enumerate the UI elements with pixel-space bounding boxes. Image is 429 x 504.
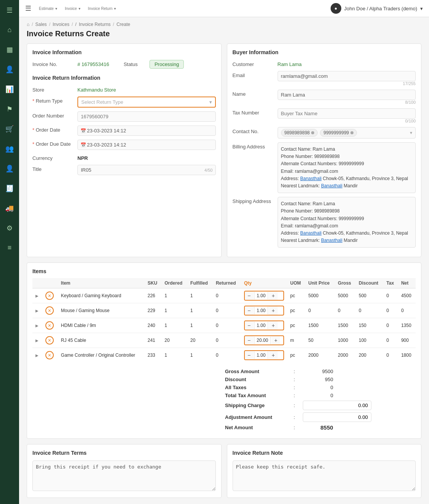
qty-minus-4[interactable]: − [245,351,253,359]
qty-plus-1[interactable]: + [269,306,277,315]
qty-plus-4[interactable]: + [269,351,277,359]
row-expand-2[interactable]: ▶ [32,318,42,333]
adjustment-input[interactable] [303,412,371,422]
row-uom-3: m [287,333,305,348]
invoice-no-label: Invoice No. [32,60,74,67]
row-remove-4[interactable]: × [42,348,58,363]
order-date-label: Order Date [32,126,74,133]
sidebar-icon-group[interactable]: 👥 [3,142,16,155]
row-expand-1[interactable]: ▶ [32,303,42,318]
row-tax-0: 0 [383,288,398,303]
breadcrumb-invoices[interactable]: Invoices [53,22,69,27]
note-card: Invoice Return Note Please keep this rec… [227,444,422,498]
shipping-row-total: Shipping Charge : [225,401,416,410]
sidebar-icon-cart[interactable]: 🛒 [3,122,16,135]
name-input[interactable] [278,90,416,100]
ir-title-input[interactable] [77,165,216,175]
email-counter: 17/255 [278,81,416,86]
sidebar-icon-person[interactable]: 👤 [3,63,16,76]
row-qty-0[interactable]: − 1.00 + [241,288,287,303]
qty-minus-2[interactable]: − [245,321,253,330]
sidebar-icon-menu[interactable]: ☰ [4,4,15,17]
row-qty-4[interactable]: − 1.00 + [241,348,287,363]
sidebar-icon-tools[interactable]: ⚙ [4,222,15,235]
row-discount-1: 0 [356,303,384,318]
store-value: Kathmandu Store [77,85,116,93]
row-expand-3[interactable]: ▶ [32,333,42,348]
store-row: Store Kathmandu Store [32,85,216,93]
status-badge: Processing [149,60,184,69]
table-row: ▶ × HDMI Cable / 9m 240 1 1 0 − 1.00 + p… [32,318,416,333]
buyer-info-card: Buyer Information Customer Ram Lama Emai… [227,43,422,257]
row-unit-price-3: 50 [305,333,335,348]
qty-minus-3[interactable]: − [245,336,253,345]
breadcrumb-sales[interactable]: Sales [35,22,47,27]
row-qty-2[interactable]: − 1.00 + [241,318,287,333]
qty-minus-1[interactable]: − [245,306,253,315]
row-returned-3: 0 [213,333,241,348]
shipping-address: Contact Name: Ram Lama Phone Number: 989… [278,197,416,248]
row-uom-2: pc [287,318,305,333]
email-input[interactable] [278,71,416,81]
row-discount-4: 200 [356,348,384,363]
sidebar-icon-list[interactable]: ≡ [5,242,14,254]
all-taxes-value: 0 [303,385,333,390]
ir-title-label: Title [32,165,74,172]
row-net-3: 900 [398,333,416,348]
sidebar-icon-invoice[interactable]: 🧾 [3,182,16,195]
row-ordered-3: 20 [162,333,188,348]
qty-plus-0[interactable]: + [269,291,277,300]
row-remove-0[interactable]: × [42,288,58,303]
terms-textarea[interactable]: Bring this receipt if you need to exchan… [32,461,216,491]
qty-plus-2[interactable]: + [269,321,277,330]
qty-minus-0[interactable]: − [245,291,253,300]
billing-address-link2: Banasthali [321,183,342,188]
row-qty-3[interactable]: − 20.00 + [241,333,287,348]
table-row: ▶ × RJ 45 Cable 241 20 20 0 − 20.00 + m … [32,333,416,348]
row-expand-4[interactable]: ▶ [32,348,42,363]
name-counter: 8/100 [278,100,416,105]
row-remove-3[interactable]: × [42,333,58,348]
row-discount-2: 150 [356,318,384,333]
sidebar-icon-truck[interactable]: 🚚 [3,202,16,215]
shipping-charge-label: Shipping Charge [225,403,286,408]
tax-input[interactable] [278,108,416,119]
discount-value: 950 [303,377,333,382]
note-textarea[interactable]: Please keep this receipt safe. [233,461,416,491]
row-net-0: 4500 [398,288,416,303]
th-discount: Discount [356,278,384,288]
net-amount-row: Net Amount : 8550 [225,424,416,431]
nav-estimate[interactable]: Estimate ▾ [39,6,57,11]
sidebar-icon-flag[interactable]: ⚑ [4,103,15,116]
sidebar-icon-dashboard[interactable]: ▦ [4,43,15,56]
row-remove-2[interactable]: × [42,318,58,333]
row-remove-1[interactable]: × [42,303,58,318]
sidebar-icon-home[interactable]: ⌂ [5,24,14,36]
items-card: Items Item SKU Ordered Fulfilled Returne… [27,262,421,439]
contact-input-wrap[interactable]: 9898989898 9999999999 ▾ [278,127,416,138]
row-unit-price-4: 2000 [305,348,335,363]
hamburger-icon[interactable]: ☰ [25,4,31,13]
customer-value: Ram Lama [278,60,302,67]
breadcrumb-invoice-returns[interactable]: Invoice Returns [79,22,111,27]
currency-value: NPR [77,154,88,161]
sidebar-icon-chart[interactable]: 📊 [3,83,16,96]
order-due-date-label: Order Due Date [32,140,74,147]
nav-invoice-return[interactable]: Invoice Return ▾ [88,6,116,11]
order-number-input[interactable] [77,111,216,122]
sidebar-icon-person2[interactable]: 👤 [3,162,16,175]
row-expand-0[interactable]: ▶ [32,288,42,303]
ir-info-title: Invoice Return Information [32,75,216,81]
return-type-select[interactable]: Select Return Type ▾ [77,97,216,108]
contact-label: Contact No. [233,127,275,134]
row-fulfilled-1: 1 [187,303,213,318]
title-row: Title 4/50 [32,165,216,175]
qty-val-4: 1.00 [254,351,268,359]
shipping-input[interactable] [303,401,371,410]
breadcrumb-home-icon[interactable]: ⌂ [27,22,29,27]
order-date-input[interactable] [77,126,216,136]
row-qty-1[interactable]: − 1.00 + [241,303,287,318]
qty-plus-3[interactable]: + [272,336,280,345]
nav-invoice[interactable]: Invoice ▾ [65,6,80,11]
order-due-date-input[interactable] [77,140,216,150]
